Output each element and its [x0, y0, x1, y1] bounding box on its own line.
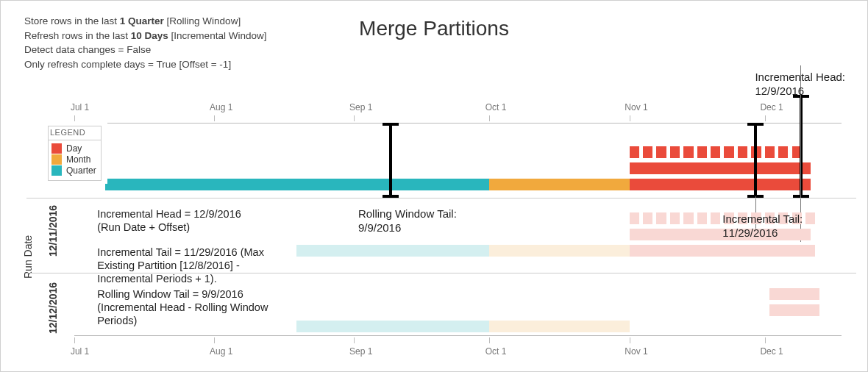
- ylabel-run2: 12/12/2016: [47, 282, 59, 334]
- settings-block: Store rows in the last 1 Quarter [Rollin…: [24, 14, 266, 71]
- legend: LEGEND Day Month Quarter: [45, 123, 107, 184]
- annotation-roll-eq: Rolling Window Tail = 9/9/2016 (Incremen…: [97, 287, 268, 327]
- tick-aug-bot: Aug 1: [210, 346, 232, 357]
- tick-oct-bot: Oct 1: [485, 346, 507, 357]
- plot: Jul 1 Aug 1 Sep 1 Oct 1 Nov 1 Dec 1 Jul …: [74, 102, 842, 357]
- bar-month-r2: [489, 321, 629, 332]
- bar-month-main: [489, 179, 629, 190]
- bar-quarter-main: [105, 179, 490, 190]
- legend-label-day: Day: [66, 143, 82, 154]
- annotation-head-eq: Incremental Head = 12/9/2016 (Run Date +…: [97, 207, 241, 234]
- legend-swatch-month: [51, 154, 62, 165]
- ylabel-run1: 12/11/2016: [47, 205, 59, 257]
- bar-month-r1: [489, 245, 629, 257]
- bar-quarter-r1: [296, 245, 489, 257]
- settings-line-1a: Store rows in the last: [24, 15, 120, 26]
- settings-line-2b: 10 Days: [131, 30, 168, 41]
- tick-jul-top: Jul 1: [71, 102, 89, 112]
- plot-wrap: Run Date 12/11/2016 12/12/2016 Jul 1 Aug…: [26, 102, 856, 357]
- annotation-incremental-tail: Incremental Tail: 11/29/2016: [722, 212, 803, 240]
- settings-line-1b: 1 Quarter: [120, 15, 164, 26]
- tick-jul-bot: Jul 1: [71, 346, 89, 357]
- legend-label-quarter: Quarter: [66, 165, 96, 176]
- legend-swatch-day: [51, 143, 62, 154]
- settings-line-2a: Refresh rows in the last: [24, 30, 131, 41]
- settings-line-3: Detect data changes = False: [24, 43, 266, 57]
- tick-sep-bot: Sep 1: [349, 346, 372, 357]
- tick-aug-top: Aug 1: [210, 102, 232, 112]
- diagram-frame: Merge Partitions Store rows in the last …: [0, 0, 868, 372]
- tick-sep-top: Sep 1: [349, 102, 372, 112]
- row-main: [74, 133, 842, 192]
- tick-nov-bot: Nov 1: [625, 346, 647, 357]
- tick-dec-bot: Dec 1: [760, 346, 783, 357]
- tick-nov-top: Nov 1: [625, 102, 647, 112]
- legend-swatch-quarter: [51, 165, 62, 176]
- settings-line-1c: [Rolling Window]: [164, 15, 241, 26]
- bar-quarter-r2: [296, 321, 489, 332]
- tick-dec-top: Dec 1: [760, 102, 783, 112]
- annotation-tail-eq: Incremental Tail = 11/29/2016 (Max Exist…: [97, 246, 264, 285]
- annotation-rolling-tail: Rolling Window Tail: 9/9/2016: [358, 207, 457, 235]
- settings-line-4: Only refresh complete days = True [Offse…: [24, 57, 266, 72]
- tick-oct-top: Oct 1: [485, 102, 507, 112]
- legend-title: LEGEND: [48, 126, 102, 140]
- legend-label-month: Month: [66, 154, 90, 165]
- settings-line-2c: [Incremental Window]: [168, 30, 267, 41]
- annotation-incremental-head-top: Incremental Head: 12/9/2016: [755, 71, 845, 99]
